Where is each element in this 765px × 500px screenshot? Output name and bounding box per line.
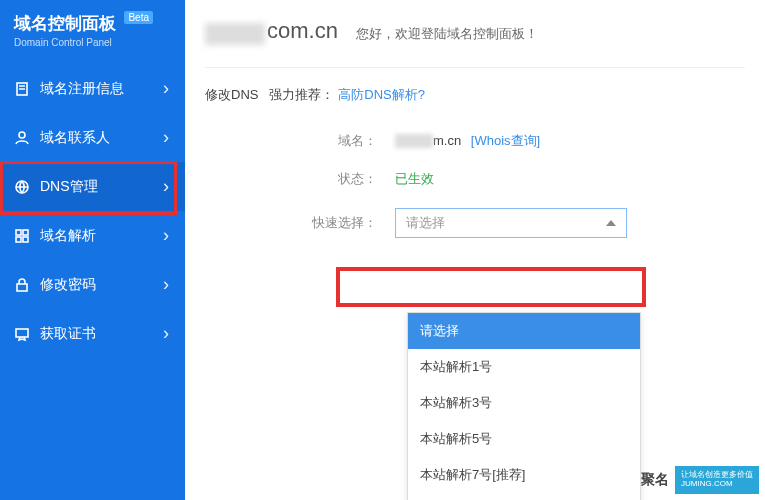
- sidebar-item-contact[interactable]: 域名联系人 ›: [0, 113, 185, 162]
- sidebar-item-cert[interactable]: 获取证书 ›: [0, 309, 185, 358]
- document-icon: [14, 81, 30, 97]
- chevron-up-icon: [606, 220, 616, 226]
- whois-link[interactable]: [Whois查询]: [471, 133, 540, 148]
- chevron-right-icon: ›: [163, 176, 169, 197]
- svg-point-1: [19, 132, 25, 138]
- watermark-tagline: 让域名创造更多价值JUMING.COM: [675, 466, 759, 494]
- lock-icon: [14, 277, 30, 293]
- value-status: 已生效: [395, 170, 434, 188]
- brand-block: 域名控制面板 Beta Domain Control Panel: [0, 0, 185, 64]
- label-status: 状态：: [205, 170, 395, 188]
- sidebar: 域名控制面板 Beta Domain Control Panel 域名注册信息 …: [0, 0, 185, 500]
- row-status: 状态： 已生效: [205, 160, 765, 198]
- section-heading: 修改DNS 强力推荐：高防DNS解析?: [205, 68, 765, 122]
- svg-rect-7: [17, 284, 27, 291]
- recommend-link[interactable]: 高防DNS解析?: [338, 87, 425, 102]
- dropdown-option[interactable]: 本站解析1号: [408, 349, 640, 385]
- main-content: com.cn 您好，欢迎登陆域名控制面板！ 修改DNS 强力推荐：高防DNS解析…: [185, 0, 765, 248]
- sidebar-item-reginfo[interactable]: 域名注册信息 ›: [0, 64, 185, 113]
- svg-rect-4: [23, 230, 28, 235]
- domain-name: com.cn: [267, 18, 338, 43]
- welcome-text: 您好，欢迎登陆域名控制面板！: [356, 26, 538, 41]
- chevron-right-icon: ›: [163, 78, 169, 99]
- highlight-box: [336, 267, 646, 307]
- domain-value-censored: [395, 134, 433, 148]
- row-domain: 域名： m.cn [Whois查询]: [205, 122, 765, 160]
- label-quickselect: 快速选择：: [205, 214, 395, 232]
- chevron-right-icon: ›: [163, 323, 169, 344]
- certificate-icon: [14, 326, 30, 342]
- chevron-right-icon: ›: [163, 274, 169, 295]
- svg-rect-8: [16, 329, 28, 337]
- sidebar-item-label: 修改密码: [40, 276, 163, 294]
- dropdown-option[interactable]: 本站解析5号: [408, 421, 640, 457]
- sidebar-item-dns[interactable]: DNS管理 ›: [0, 162, 185, 211]
- brand-title: 域名控制面板: [14, 12, 116, 35]
- sidebar-item-label: DNS管理: [40, 178, 163, 196]
- sidebar-item-label: 域名注册信息: [40, 80, 163, 98]
- dropdown-option[interactable]: 请选择: [408, 313, 640, 349]
- chevron-right-icon: ›: [163, 127, 169, 148]
- domain-censored: [205, 23, 265, 45]
- sidebar-item-password[interactable]: 修改密码 ›: [0, 260, 185, 309]
- quickselect-menu: 请选择 本站解析1号 本站解析3号 本站解析5号 本站解析7号[推荐] 自定义: [407, 312, 641, 500]
- globe-icon: [14, 179, 30, 195]
- svg-rect-3: [16, 230, 21, 235]
- svg-rect-5: [16, 237, 21, 242]
- beta-badge: Beta: [124, 11, 153, 24]
- recommend-label: 强力推荐：: [269, 87, 334, 102]
- sidebar-item-label: 域名联系人: [40, 129, 163, 147]
- page-header: com.cn 您好，欢迎登陆域名控制面板！: [205, 0, 745, 68]
- value-domain: m.cn [Whois查询]: [395, 132, 540, 150]
- dropdown-option[interactable]: 自定义: [408, 493, 640, 500]
- brand-subtitle: Domain Control Panel: [14, 37, 171, 48]
- domain-value-suffix: m.cn: [433, 133, 461, 148]
- dropdown-option[interactable]: 本站解析7号[推荐]: [408, 457, 640, 493]
- sidebar-item-label: 域名解析: [40, 227, 163, 245]
- label-domain: 域名：: [205, 132, 395, 150]
- section-title: 修改DNS: [205, 87, 258, 102]
- row-quickselect: 快速选择： 请选择: [205, 198, 765, 248]
- sidebar-item-resolve[interactable]: 域名解析 ›: [0, 211, 185, 260]
- sidebar-item-label: 获取证书: [40, 325, 163, 343]
- dropdown-option[interactable]: 本站解析3号: [408, 385, 640, 421]
- quickselect-dropdown[interactable]: 请选择: [395, 208, 627, 238]
- watermark-name: 聚名: [641, 471, 669, 489]
- grid-icon: [14, 228, 30, 244]
- svg-rect-6: [23, 237, 28, 242]
- chevron-right-icon: ›: [163, 225, 169, 246]
- select-placeholder: 请选择: [406, 214, 606, 232]
- user-icon: [14, 130, 30, 146]
